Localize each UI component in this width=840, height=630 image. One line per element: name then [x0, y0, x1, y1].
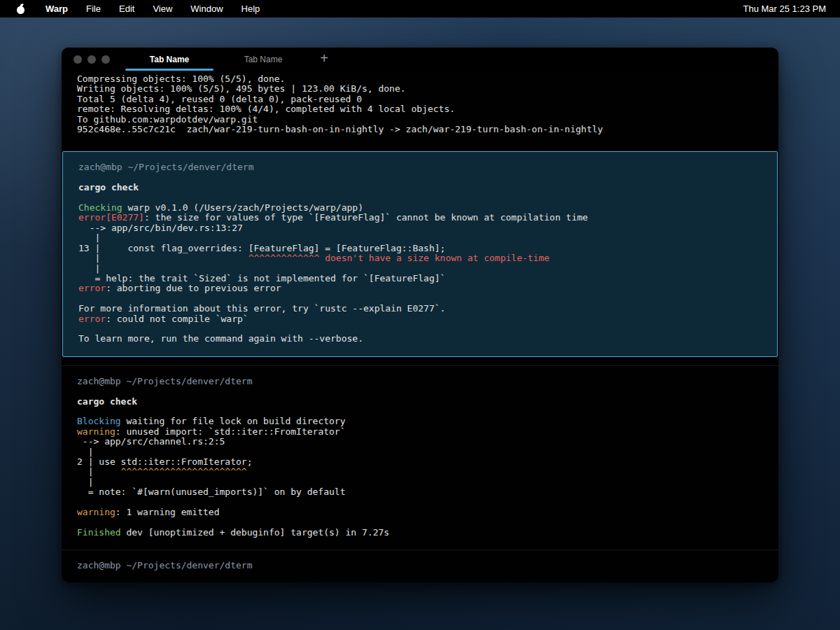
new-tab-button[interactable]: +: [310, 48, 338, 71]
zoom-window-button[interactable]: [102, 55, 110, 64]
menu-bar-clock[interactable]: Thu Mar 25 1:23 PM: [743, 4, 827, 14]
terminal-line: warning: unused import: `std::iter::From…: [77, 427, 763, 437]
text-run: error: [78, 283, 106, 293]
text-run: Finished: [77, 527, 121, 538]
empty-prompt-block[interactable]: zach@mbp ~/Projects/denver/dterm: [62, 550, 778, 582]
cargo-check-error-block[interactable]: zach@mbp ~/Projects/denver/dterm cargo c…: [62, 151, 778, 356]
menu-item-warp[interactable]: Warp: [46, 4, 68, 14]
text-run: : unused import: `std::iter::FromIterato…: [115, 426, 346, 437]
terminal-line: error[E0277]: the size for values of typ…: [78, 213, 762, 223]
text-run: For more information about this error, t…: [78, 303, 445, 314]
terminal-line: Finished dev [unoptimized + debuginfo] t…: [77, 528, 763, 538]
text-run: warp v0.1.0 (/Users/zach/Projects/warp/a…: [122, 202, 363, 213]
terminal-line: Writing objects: 100% (5/5), 495 bytes |…: [77, 84, 763, 94]
terminal-line: [77, 386, 763, 396]
text-run: |: [78, 232, 100, 243]
terminal-line: | ^^^^^^^^^^^^^^^^^^^^^^^: [77, 467, 763, 477]
text-run: Writing objects: 100% (5/5), 495 bytes |…: [77, 83, 406, 94]
terminal-line: --> app/src/bin/dev.rs:13:27: [78, 223, 762, 233]
terminal-line: To learn more, run the command again wit…: [78, 334, 762, 344]
text-run: Total 5 (delta 4), reused 0 (delta 0), p…: [77, 94, 362, 104]
terminal-line: [77, 407, 763, 416]
terminal-line: For more information about this error, t…: [78, 304, 762, 314]
text-run: |: [78, 263, 100, 274]
terminal-line: Total 5 (delta 4), reused 0 (delta 0), p…: [77, 94, 763, 104]
text-run: = note: `#[warn(unused_imports)]` on by …: [77, 486, 346, 497]
terminal-line: To github.com:warpdotdev/warp.git: [77, 115, 763, 125]
terminal-line: 2 | use std::iter::FromIterator;: [77, 457, 763, 467]
terminal-line: Compressing objects: 100% (5/5), done.: [77, 74, 763, 84]
git-push-output: Compressing objects: 100% (5/5), done.Wr…: [62, 71, 778, 143]
terminal-line: = help: the trait `Sized` is not impleme…: [78, 274, 762, 284]
command: cargo check: [77, 396, 137, 407]
text-run: warning: [77, 507, 115, 517]
apple-body-shape: [17, 6, 24, 14]
terminal-line: |: [78, 233, 762, 243]
text-run: : could not compile `warp`: [106, 314, 248, 324]
terminal-scroll[interactable]: Compressing objects: 100% (5/5), done.Wr…: [62, 71, 778, 582]
terminal-line: cargo check: [78, 183, 762, 192]
cursor-line: [77, 581, 763, 582]
terminal-line: [77, 498, 763, 507]
terminal-line: warning: 1 warning emitted: [77, 507, 763, 517]
terminal-line: [78, 173, 762, 183]
terminal-line: [77, 517, 763, 527]
terminal-line: 13 | const flag_overrides: [FeatureFlag]…: [78, 244, 762, 253]
text-run: |: [78, 253, 100, 263]
text-run: To learn more, run the command again wit…: [78, 333, 363, 344]
terminal-line: [78, 294, 762, 304]
terminal-line: zach@mbp ~/Projects/denver/dterm: [77, 377, 763, 386]
prompt: zach@mbp ~/Projects/denver/dterm: [78, 162, 253, 172]
text-run: ^^^^^^^^^^^^^ doesn't have a size known …: [100, 253, 550, 263]
text-run: warning: [77, 426, 115, 437]
text-run: remote: Resolving deltas: 100% (4/4), co…: [77, 104, 455, 114]
text-run: Blocking: [77, 416, 121, 426]
minimize-window-button[interactable]: [88, 55, 96, 64]
terminal-line: error: aborting due to previous error: [78, 284, 762, 293]
menu-item-file[interactable]: File: [86, 4, 101, 14]
text-run: --> app/src/bin/dev.rs:13:27: [78, 223, 243, 233]
menu-item-edit[interactable]: Edit: [119, 4, 134, 14]
terminal-line: Blocking waiting for file lock on build …: [77, 416, 763, 426]
warp-terminal-window: Tab Name Tab Name + Compressing objects:…: [62, 48, 778, 582]
prompt: zach@mbp ~/Projects/denver/dterm: [77, 376, 252, 386]
terminal-line: [78, 324, 762, 334]
tab-inactive[interactable]: Tab Name: [216, 48, 310, 71]
text-run: error[E0277]: [78, 212, 144, 223]
menu-item-help[interactable]: Help: [241, 4, 260, 14]
tab-inactive-label: Tab Name: [244, 55, 283, 64]
text-run: --> app/src/channel.rs:2:5: [77, 436, 225, 447]
text-run: 2 | use std::iter::FromIterator;: [77, 456, 252, 467]
text-run: : 1 warning emitted: [115, 507, 220, 517]
terminal-line: cargo check: [77, 397, 763, 407]
text-run: : aborting due to previous error: [106, 283, 281, 293]
text-run: |: [77, 477, 93, 487]
menu-item-view[interactable]: View: [153, 4, 172, 14]
terminal-line: remote: Resolving deltas: 100% (4/4), co…: [77, 104, 763, 114]
text-run: |: [77, 466, 93, 477]
terminal-line: 952c468e..55c7c21c zach/war-219-turn-bas…: [77, 125, 763, 134]
terminal-line: zach@mbp ~/Projects/denver/dterm: [77, 561, 763, 570]
close-window-button[interactable]: [74, 55, 82, 64]
desktop-wallpaper: Warp File Edit View Window Help Thu Mar …: [0, 0, 840, 630]
terminal-line: error: could not compile `warp`: [78, 314, 762, 324]
command: cargo check: [78, 182, 139, 192]
menu-item-window[interactable]: Window: [190, 4, 223, 14]
tab-active[interactable]: Tab Name: [122, 48, 216, 71]
text-run: Compressing objects: 100% (5/5), done.: [77, 74, 285, 84]
text-run: waiting for file lock on build directory: [121, 416, 346, 426]
terminal-line: |: [77, 447, 763, 457]
tab-active-label: Tab Name: [150, 55, 189, 64]
text-run: 13 | const flag_overrides: [FeatureFlag]…: [78, 243, 445, 253]
text-run: ^^^^^^^^^^^^^^^^^^^^^^^: [93, 466, 246, 477]
text-run: : the size for values of type `[FeatureF…: [144, 212, 588, 223]
text-run: Checking: [78, 202, 122, 213]
terminal-line: --> app/src/channel.rs:2:5: [77, 437, 763, 447]
terminal-line: [78, 193, 762, 203]
text-run: 952c468e..55c7c21c zach/war-219-turn-bas…: [77, 124, 603, 134]
menu-bar: Warp File Edit View Window Help Thu Mar …: [0, 0, 840, 18]
text-run: |: [77, 447, 93, 457]
apple-menu-icon[interactable]: [15, 4, 27, 14]
terminal-line: [77, 571, 763, 581]
cargo-check-warning-block[interactable]: zach@mbp ~/Projects/denver/dterm cargo c…: [62, 365, 778, 550]
